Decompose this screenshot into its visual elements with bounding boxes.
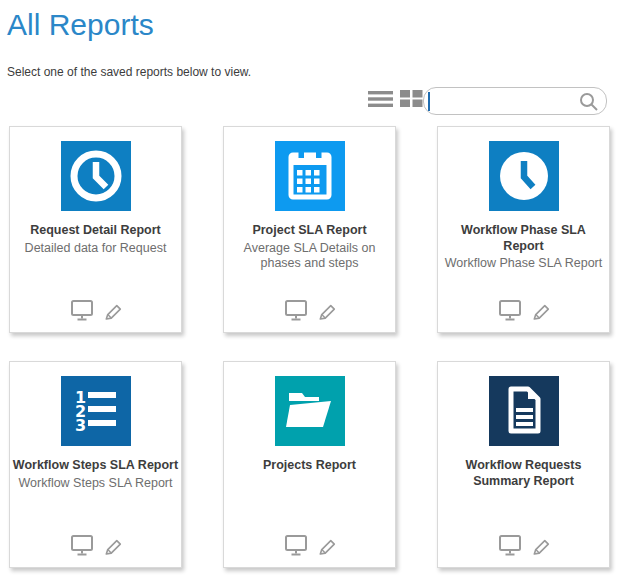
report-subtitle: Workflow Steps SLA Report [10, 476, 181, 492]
pencil-icon [531, 536, 550, 555]
reports-grid-row-2: 1 2 3 Workflow Steps SLA Report Workflow… [9, 361, 610, 568]
view-report-button[interactable] [70, 534, 94, 556]
pencil-icon [103, 301, 122, 320]
reports-grid-row-1: Request Detail Report Detailed data for … [9, 126, 610, 333]
monitor-icon [70, 534, 94, 556]
pencil-icon [317, 301, 336, 320]
edit-report-button[interactable] [531, 301, 550, 320]
search-input[interactable] [434, 89, 584, 113]
report-tile [489, 141, 559, 211]
grid-view-icon [400, 88, 423, 108]
all-reports-page: All Reports Select one of the saved repo… [0, 0, 628, 582]
edit-report-button[interactable] [103, 301, 122, 320]
search-box [423, 87, 607, 115]
report-tile [275, 141, 345, 211]
view-report-button[interactable] [284, 299, 308, 321]
edit-report-button[interactable] [317, 301, 336, 320]
list-view-icon [368, 90, 394, 108]
report-subtitle: Workflow Phase SLA Report [438, 256, 609, 272]
report-title: Request Detail Report [10, 223, 181, 239]
calendar-icon [275, 141, 345, 211]
edit-report-button[interactable] [103, 536, 122, 555]
monitor-icon [498, 299, 522, 321]
view-report-button[interactable] [70, 299, 94, 321]
report-tile [275, 376, 345, 446]
svg-text:3: 3 [75, 416, 86, 435]
list-view-button[interactable] [368, 90, 394, 112]
monitor-icon [284, 299, 308, 321]
report-card-projects[interactable]: Projects Report [223, 361, 396, 568]
card-actions [10, 534, 181, 556]
report-card-workflow-requests-summary[interactable]: Workflow Requests Summary Report [437, 361, 610, 568]
report-title: Workflow Steps SLA Report [10, 458, 181, 474]
report-subtitle: Detailed data for Request [10, 241, 181, 257]
report-card-project-sla[interactable]: Project SLA Report Average SLA Details o… [223, 126, 396, 333]
edit-report-button[interactable] [531, 536, 550, 555]
text-cursor [428, 92, 430, 111]
report-tile [61, 141, 131, 211]
page-subtitle: Select one of the saved reports below to… [7, 65, 251, 79]
report-title: Projects Report [224, 458, 395, 474]
report-card-workflow-steps-sla[interactable]: 1 2 3 Workflow Steps SLA Report Workflow… [9, 361, 182, 568]
folder-open-icon [275, 376, 345, 446]
report-card-workflow-phase-sla[interactable]: Workflow Phase SLA Report Workflow Phase… [437, 126, 610, 333]
edit-report-button[interactable] [317, 536, 336, 555]
monitor-icon [70, 299, 94, 321]
pencil-icon [317, 536, 336, 555]
monitor-icon [498, 534, 522, 556]
report-subtitle: Average SLA Details on phases and steps [224, 241, 395, 272]
view-report-button[interactable] [498, 534, 522, 556]
pencil-icon [531, 301, 550, 320]
card-actions [438, 299, 609, 321]
pencil-icon [103, 536, 122, 555]
card-actions [224, 299, 395, 321]
view-report-button[interactable] [284, 534, 308, 556]
page-title: All Reports [7, 8, 154, 42]
card-actions [10, 299, 181, 321]
clock-solid-icon [489, 141, 559, 211]
clock-outline-icon [61, 141, 131, 211]
report-tile: 1 2 3 [61, 376, 131, 446]
report-title: Workflow Requests Summary Report [449, 458, 599, 489]
monitor-icon [284, 534, 308, 556]
search-button[interactable] [579, 92, 599, 116]
numbered-list-icon: 1 2 3 [61, 376, 131, 446]
card-actions [438, 534, 609, 556]
grid-view-button[interactable] [400, 88, 423, 112]
document-icon [489, 376, 559, 446]
card-actions [224, 534, 395, 556]
view-report-button[interactable] [498, 299, 522, 321]
report-title: Project SLA Report [224, 223, 395, 239]
search-icon [579, 92, 599, 112]
report-tile [489, 376, 559, 446]
report-card-request-detail[interactable]: Request Detail Report Detailed data for … [9, 126, 182, 333]
report-title: Workflow Phase SLA Report [449, 223, 599, 254]
